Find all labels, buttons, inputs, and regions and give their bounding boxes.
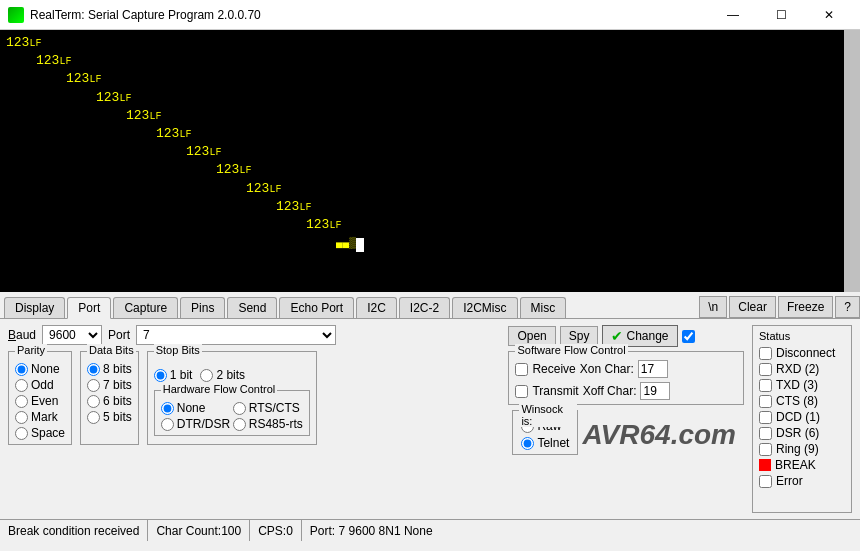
xoff-input[interactable]: [640, 382, 670, 400]
disconnect-checkbox[interactable]: [759, 347, 772, 360]
parity-mark[interactable]: Mark: [15, 410, 65, 424]
stop-bits-radio-group: 1 bit 2 bits: [154, 362, 310, 382]
winsock-telnet[interactable]: Telnet: [521, 436, 569, 450]
tab-port[interactable]: Port: [67, 297, 111, 319]
parity-legend: Parity: [15, 344, 47, 356]
help-button[interactable]: ?: [835, 296, 860, 318]
tab-misc[interactable]: Misc: [520, 297, 567, 318]
sw-flow-group: Software Flow Control Receive Xon Char: …: [508, 351, 744, 405]
data-7bits[interactable]: 7 bits: [87, 378, 132, 392]
data-6bits[interactable]: 6 bits: [87, 394, 132, 408]
terminal-content: 123LF 123LF 123LF 123LF 123LF 123LF 123L…: [0, 30, 844, 256]
stop-1bit[interactable]: 1 bit: [154, 368, 193, 382]
tab-capture[interactable]: Capture: [113, 297, 178, 318]
freeze-button[interactable]: Freeze: [778, 296, 833, 318]
status-cts: CTS (8): [759, 394, 845, 408]
ring-checkbox[interactable]: [759, 443, 772, 456]
cps-label: CPS:: [258, 524, 286, 538]
break-message: Break condition received: [8, 524, 139, 538]
status-dsr: DSR (6): [759, 426, 845, 440]
ring-label: Ring (9): [776, 442, 819, 456]
winsock-legend: Winsock is:: [519, 403, 577, 427]
error-checkbox[interactable]: [759, 475, 772, 488]
minimize-button[interactable]: —: [710, 0, 756, 30]
stop-bits-group: Stop Bits 1 bit 2 bits Hardware Flow Con…: [147, 351, 317, 445]
status-ring: Ring (9): [759, 442, 845, 456]
window-title: RealTerm: Serial Capture Program 2.0.0.7…: [30, 8, 261, 22]
xoff-label: Xoff Char:: [583, 384, 637, 398]
check-icon: ✔: [611, 328, 623, 344]
break-label: BREAK: [775, 458, 816, 472]
status-txd: TXD (3): [759, 378, 845, 392]
transmit-label: Transmit: [532, 384, 578, 398]
data-5bits[interactable]: 5 bits: [87, 410, 132, 424]
transmit-checkbox[interactable]: [515, 385, 528, 398]
terminal-line: 123LF: [186, 143, 838, 161]
parity-odd[interactable]: Odd: [15, 378, 65, 392]
title-bar: RealTerm: Serial Capture Program 2.0.0.7…: [0, 0, 860, 30]
port-select[interactable]: 7: [136, 325, 336, 345]
parity-none[interactable]: None: [15, 362, 65, 376]
rxd-label: RXD (2): [776, 362, 819, 376]
dsr-checkbox[interactable]: [759, 427, 772, 440]
cts-checkbox[interactable]: [759, 395, 772, 408]
terminal-area: 123LF 123LF 123LF 123LF 123LF 123LF 123L…: [0, 30, 860, 292]
receive-checkbox[interactable]: [515, 363, 528, 376]
terminal-line: 123LF: [6, 34, 838, 52]
status-error: Error: [759, 474, 845, 488]
tab-i2c2[interactable]: I2C-2: [399, 297, 450, 318]
terminal-scrollbar[interactable]: [844, 30, 860, 292]
terminal-line: 123LF: [126, 107, 838, 125]
clear-button[interactable]: Clear: [729, 296, 776, 318]
close-button[interactable]: ✕: [806, 0, 852, 30]
winsock-group: Winsock is: Raw Telnet: [512, 410, 578, 455]
data-8bits[interactable]: 8 bits: [87, 362, 132, 376]
hw-dtrdsr[interactable]: DTR/DSR: [161, 417, 231, 431]
tab-echo-port[interactable]: Echo Port: [279, 297, 354, 318]
open-button[interactable]: Open: [508, 326, 555, 346]
left-controls: Baud 9600 Port 7 Parity None Odd Even Ma…: [8, 325, 500, 513]
tab-pins[interactable]: Pins: [180, 297, 225, 318]
rxd-checkbox[interactable]: [759, 363, 772, 376]
baud-select[interactable]: 9600: [42, 325, 102, 345]
tab-i2c[interactable]: I2C: [356, 297, 397, 318]
hw-rs485[interactable]: RS485-rts: [233, 417, 303, 431]
status-disconnect: Disconnect: [759, 346, 845, 360]
char-count-label: Char Count:: [156, 524, 221, 538]
avr-branding: AVR64.com: [582, 409, 744, 455]
transmit-flow-row: Transmit Xoff Char:: [515, 382, 737, 400]
dcd-checkbox[interactable]: [759, 411, 772, 424]
tab-send[interactable]: Send: [227, 297, 277, 318]
xon-input[interactable]: [638, 360, 668, 378]
change-checkbox[interactable]: [682, 330, 695, 343]
hw-none[interactable]: None: [161, 401, 231, 415]
title-bar-controls: — ☐ ✕: [710, 0, 852, 30]
hw-rtscts[interactable]: RTS/CTS: [233, 401, 303, 415]
tab-display[interactable]: Display: [4, 297, 65, 318]
tabs-row: Display Port Capture Pins Send Echo Port…: [0, 292, 860, 319]
stop-bits-legend: Stop Bits: [154, 344, 202, 356]
terminal-line: 123LF: [216, 161, 838, 179]
status-rxd: RXD (2): [759, 362, 845, 376]
parity-group: Parity None Odd Even Mark Space: [8, 351, 72, 445]
newline-button[interactable]: \n: [699, 296, 727, 318]
status-dcd: DCD (1): [759, 410, 845, 424]
maximize-button[interactable]: ☐: [758, 0, 804, 30]
status-section: Status Disconnect RXD (2) TXD (3) CTS (8…: [752, 325, 852, 513]
terminal-line: 123LF: [36, 52, 838, 70]
terminal-line: 123LF: [246, 180, 838, 198]
tab-i2cmisc[interactable]: I2CMisc: [452, 297, 517, 318]
terminal-line: 123LF: [96, 89, 838, 107]
disconnect-label: Disconnect: [776, 346, 835, 360]
stop-2bits[interactable]: 2 bits: [200, 368, 245, 382]
receive-flow-row: Receive Xon Char:: [515, 360, 737, 378]
data-bits-legend: Data Bits: [87, 344, 136, 356]
parity-even[interactable]: Even: [15, 394, 65, 408]
error-label: Error: [776, 474, 803, 488]
parity-space[interactable]: Space: [15, 426, 65, 440]
title-bar-left: RealTerm: Serial Capture Program 2.0.0.7…: [8, 7, 261, 23]
terminal-line: 123LF: [306, 216, 838, 234]
spy-button[interactable]: Spy: [560, 326, 599, 346]
col-middle: Open Spy ✔ Change Software Flow Control …: [508, 325, 744, 513]
txd-checkbox[interactable]: [759, 379, 772, 392]
